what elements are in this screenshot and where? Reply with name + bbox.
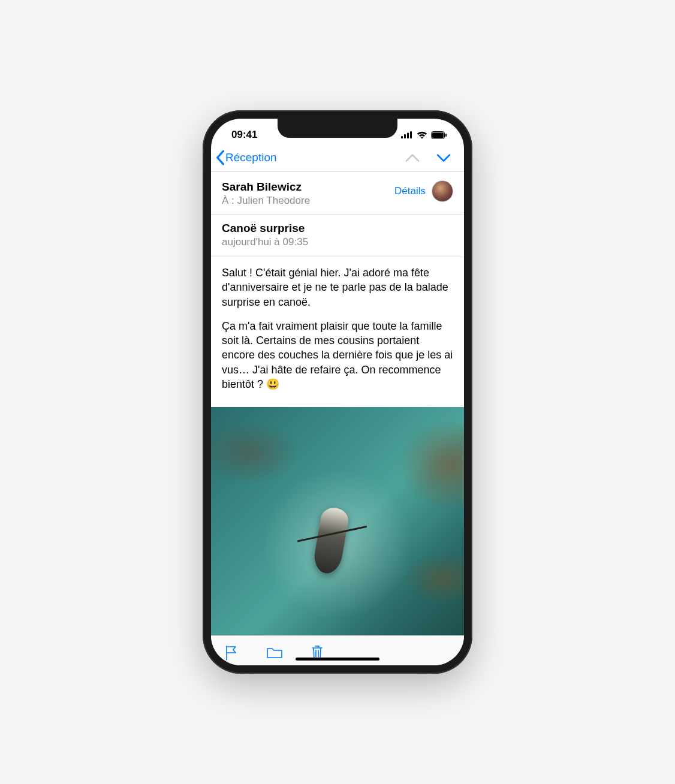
svg-rect-2 <box>407 133 409 139</box>
avatar[interactable] <box>432 180 453 202</box>
subject-block: Canoë surprise aujourd'hui à 09:35 <box>211 215 464 257</box>
nav-bar: Réception <box>211 146 464 172</box>
status-indicators <box>401 131 447 139</box>
svg-rect-0 <box>401 136 403 138</box>
email-header[interactable]: Sarah Bilewicz À : Julien Theodore Détai… <box>211 172 464 215</box>
flag-button[interactable] <box>224 645 239 661</box>
cellular-icon <box>401 131 413 138</box>
email-subject: Canoë surprise <box>222 222 453 235</box>
phone-frame: 09:41 Réception <box>203 110 472 674</box>
body-paragraph-1: Salut ! C'était génial hier. J'ai adoré … <box>222 266 453 309</box>
attachment-image[interactable] <box>211 407 464 635</box>
email-timestamp: aujourd'hui à 09:35 <box>222 236 453 248</box>
svg-rect-3 <box>410 131 412 138</box>
back-button[interactable]: Réception <box>215 150 277 165</box>
svg-rect-6 <box>445 134 447 137</box>
home-indicator[interactable] <box>296 658 379 661</box>
wifi-icon <box>417 131 427 139</box>
phone-screen: 09:41 Réception <box>211 119 464 665</box>
details-button[interactable]: Détails <box>394 185 426 197</box>
svg-rect-1 <box>404 134 406 138</box>
status-time: 09:41 <box>231 129 257 141</box>
prev-message-button <box>405 153 420 162</box>
email-body: Salut ! C'était génial hier. J'ai adoré … <box>211 257 464 407</box>
bottom-toolbar <box>211 635 464 665</box>
recipient-name: Julien Theodore <box>237 195 311 206</box>
recipient-line: À : Julien Theodore <box>222 195 310 207</box>
canoe-illustration <box>312 506 350 575</box>
next-message-button[interactable] <box>436 153 451 162</box>
back-label: Réception <box>225 151 277 164</box>
svg-rect-5 <box>432 132 444 138</box>
to-label: À : <box>222 195 234 206</box>
chevron-left-icon <box>215 150 225 165</box>
body-paragraph-2: Ça m'a fait vraiment plaisir que toute l… <box>222 319 453 391</box>
sender-name: Sarah Bilewicz <box>222 180 310 194</box>
email-content: Sarah Bilewicz À : Julien Theodore Détai… <box>211 172 464 635</box>
battery-icon <box>431 131 447 139</box>
notch <box>278 119 397 138</box>
folder-button[interactable] <box>266 646 283 660</box>
